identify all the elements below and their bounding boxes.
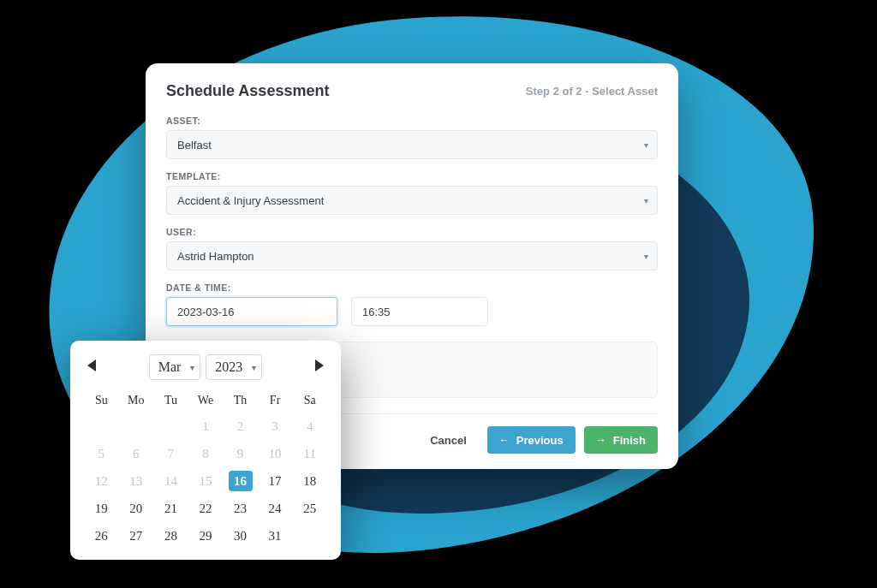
- day-cell[interactable]: 29: [188, 522, 224, 549]
- user-label: USER:: [166, 227, 658, 237]
- day-cell[interactable]: 15: [188, 467, 224, 495]
- day-cell[interactable]: 23: [223, 495, 258, 522]
- finish-button[interactable]: → Finish: [584, 426, 658, 454]
- day-cell[interactable]: 5: [84, 440, 119, 467]
- chevron-down-icon: ▾: [644, 252, 648, 261]
- weekday-header: Tu: [153, 389, 188, 413]
- next-month-button[interactable]: [315, 359, 324, 371]
- date-input-value: 2023-03-16: [177, 306, 235, 318]
- asset-select[interactable]: Belfast ▾: [166, 130, 658, 159]
- day-cell[interactable]: 12: [84, 467, 119, 495]
- day-cell[interactable]: 24: [258, 495, 293, 522]
- day-cell[interactable]: 9: [223, 440, 258, 467]
- chevron-down-icon: ▾: [644, 196, 648, 205]
- day-cell[interactable]: 7: [153, 440, 188, 467]
- asset-select-value: Belfast: [177, 139, 212, 151]
- day-cell[interactable]: 10: [258, 440, 293, 467]
- year-select[interactable]: 2023 ▾: [206, 354, 262, 380]
- month-select-value: Mar: [158, 359, 182, 375]
- weekday-header: Su: [84, 389, 119, 413]
- day-cell[interactable]: 27: [119, 522, 154, 549]
- template-select-value: Accident & Injury Assessment: [177, 194, 324, 207]
- previous-button-label: Previous: [516, 434, 564, 447]
- month-select[interactable]: Mar ▾: [149, 354, 201, 380]
- weekday-header: Sa: [292, 389, 327, 413]
- template-label: TEMPLATE:: [166, 171, 658, 181]
- template-select[interactable]: Accident & Injury Assessment ▾: [166, 186, 658, 215]
- day-cell[interactable]: 11: [292, 440, 327, 467]
- day-cell[interactable]: 31: [258, 522, 293, 549]
- day-cell[interactable]: 30: [223, 522, 258, 549]
- user-select[interactable]: Astrid Hampton ▾: [166, 241, 658, 270]
- day-cell[interactable]: 2: [223, 413, 258, 440]
- day-cell[interactable]: 19: [84, 495, 119, 522]
- day-cell[interactable]: 16: [223, 467, 258, 495]
- datetime-label: DATE & TIME:: [166, 282, 658, 293]
- day-cell[interactable]: 8: [188, 440, 224, 467]
- weekday-header: Fr: [258, 389, 293, 413]
- day-cell[interactable]: 22: [188, 495, 224, 522]
- asset-label: ASSET:: [166, 116, 658, 126]
- modal-title: Schedule Assessment: [166, 82, 329, 100]
- year-select-value: 2023: [215, 359, 242, 375]
- chevron-down-icon: ▾: [190, 363, 194, 372]
- day-cell[interactable]: 25: [292, 495, 327, 522]
- cancel-button[interactable]: Cancel: [418, 426, 479, 454]
- prev-month-button[interactable]: [87, 359, 96, 371]
- day-cell[interactable]: 28: [153, 522, 188, 549]
- day-cell[interactable]: 13: [119, 467, 154, 495]
- day-cell[interactable]: 3: [258, 413, 293, 440]
- time-input[interactable]: 16:35: [351, 297, 488, 326]
- day-cell[interactable]: 20: [119, 495, 154, 522]
- date-input[interactable]: 2023-03-16: [166, 297, 337, 326]
- user-select-value: Astrid Hampton: [177, 250, 254, 263]
- finish-button-label: Finish: [613, 434, 646, 447]
- day-cell[interactable]: 18: [292, 467, 327, 495]
- day-cell[interactable]: 1: [188, 413, 224, 440]
- day-cell[interactable]: 21: [153, 495, 188, 522]
- weekday-header: We: [188, 389, 224, 413]
- previous-button[interactable]: ← Previous: [487, 426, 576, 454]
- day-cell[interactable]: 6: [119, 440, 154, 467]
- weekday-header: Th: [223, 389, 258, 413]
- arrow-right-icon: →: [596, 434, 606, 446]
- arrow-left-icon: ←: [499, 434, 510, 446]
- chevron-down-icon: ▾: [252, 363, 256, 372]
- time-input-value: 16:35: [362, 306, 391, 318]
- day-cell[interactable]: 14: [153, 467, 188, 495]
- datepicker-popover: Mar ▾ 2023 ▾ SuMoTuWeThFrSa 123456789101…: [70, 341, 341, 560]
- datepicker-grid: SuMoTuWeThFrSa 1234567891011121314151617…: [84, 389, 327, 549]
- day-cell[interactable]: 17: [258, 467, 293, 495]
- modal-step-indicator: Step 2 of 2 - Select Asset: [526, 85, 658, 98]
- chevron-down-icon: ▾: [644, 140, 648, 150]
- day-cell[interactable]: 26: [84, 522, 119, 549]
- day-cell[interactable]: 4: [292, 413, 327, 440]
- weekday-header: Mo: [119, 389, 154, 413]
